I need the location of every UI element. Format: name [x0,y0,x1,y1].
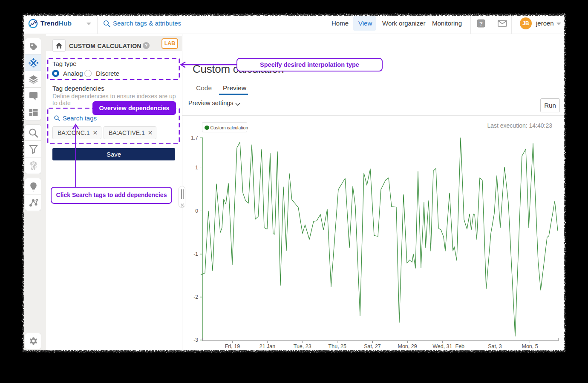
svg-text:Mon, 29: Mon, 29 [398,343,417,349]
svg-text:Thu, 25: Thu, 25 [329,343,346,349]
svg-text:-2: -2 [193,294,198,300]
svg-text:Fri, 19: Fri, 19 [225,343,240,349]
svg-text:1.7: 1.7 [191,135,198,141]
svg-text:-1: -1 [193,251,198,257]
svg-text:0: 0 [195,208,198,214]
svg-text:-3: -3 [193,337,198,343]
svg-text:Tue, 23: Tue, 23 [294,343,311,349]
svg-text:Mon, 5: Mon, 5 [522,343,538,349]
svg-text:Sat, 27: Sat, 27 [364,343,381,349]
svg-text:21 Jan: 21 Jan [259,343,276,349]
svg-text:Sat, 3: Sat, 3 [488,343,502,349]
svg-text:Wed, 31: Wed, 31 [432,343,452,349]
svg-text:Feb: Feb [455,343,465,349]
svg-text:1: 1 [195,165,198,171]
